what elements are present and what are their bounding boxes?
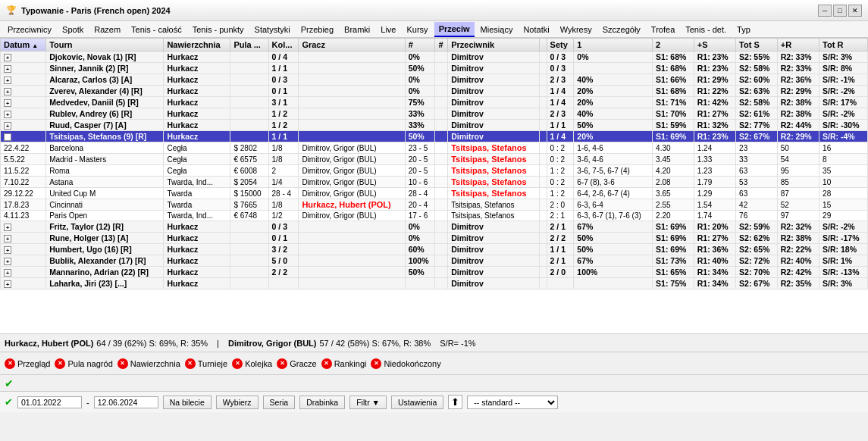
player-row-bublik[interactable]: +Bublik, Alexander (17) [R]Hurkacz5 / 01… — [1, 255, 868, 267]
close-button[interactable]: ✕ — [848, 5, 862, 17]
player-row-rune[interactable]: +Rune, Holger (13) [A]Hurkacz0 / 10%Dimi… — [1, 233, 868, 244]
na-bilecie-button[interactable]: Na bilecie — [163, 396, 212, 409]
seria-button[interactable]: Seria — [263, 396, 296, 409]
filter-remove-btn[interactable]: ✕ — [118, 358, 128, 369]
player-row-sinner[interactable]: +Sinner, Jannik (2) [R]Hurkacz1 / 150%Di… — [1, 63, 868, 74]
menu-item-spotk[interactable]: Spotk — [58, 22, 88, 37]
col-header-2[interactable]: Nawierzchnia — [164, 39, 230, 52]
col-header-5[interactable]: Gracz — [299, 39, 405, 52]
wybierz-button[interactable]: Wybierz — [216, 396, 259, 409]
col-header-0[interactable]: Datum ▲ — [1, 39, 46, 52]
menu-item-notatki[interactable]: Notatki — [519, 22, 553, 37]
player-row-tsitsipas[interactable]: +Tsitsipas, Stefanos (9) [R]Hurkacz1 / 1… — [1, 131, 868, 142]
col-header-1[interactable]: Tourn — [46, 39, 164, 52]
date-from-input[interactable] — [17, 396, 82, 408]
menu-item-razem[interactable]: Razem — [89, 22, 125, 37]
player-row-rublev[interactable]: +Rublev, Andrey (6) [R]Hurkacz1 / 233%Di… — [1, 108, 868, 120]
maximize-button[interactable]: □ — [833, 5, 847, 17]
filter-remove-btn[interactable]: ✕ — [55, 358, 65, 369]
export-icon[interactable]: ⬆ — [448, 395, 462, 409]
match-row[interactable]: 7.10.22AstanaTwarda, Ind...$ 20541/4Dimi… — [1, 177, 868, 188]
expand-btn[interactable]: + — [4, 111, 11, 118]
expand-btn[interactable]: + — [4, 65, 11, 73]
drabinka-button[interactable]: Drabinka — [299, 396, 345, 409]
menu-item-kursy[interactable]: Kursy — [403, 22, 433, 37]
match-row[interactable]: 5.5.22Madrid - MastersCegła€ 65751/8Dimi… — [1, 154, 868, 165]
expand-btn[interactable]: + — [4, 269, 11, 277]
col-header-3[interactable]: Pula ... — [230, 39, 268, 52]
match-row[interactable]: 29.12.22United Cup MTwarda$ 1500028 - 4D… — [1, 188, 868, 199]
player-cell-12: S1: 75% — [653, 278, 694, 289]
player-row-fritz[interactable]: +Fritz, Taylor (12) [R]Hurkacz0 / 30%Dim… — [1, 221, 868, 233]
col-header-8[interactable]: Przeciwnik — [448, 39, 539, 52]
match-row[interactable]: 17.8.23CincinnatiTwarda$ 76651/8Hurkacz,… — [1, 199, 868, 211]
expand-btn[interactable]: + — [4, 122, 11, 130]
expand-btn[interactable]: + — [4, 77, 11, 84]
player-cell-5 — [299, 108, 405, 120]
menu-item-szczegy[interactable]: Szczegóły — [598, 22, 645, 37]
col-header-7[interactable]: # — [435, 39, 448, 52]
player-cell-16: S/R: -30% — [819, 120, 868, 131]
menu-item-przeciwnicy[interactable]: Przeciwnicy — [3, 22, 56, 37]
col-header-15[interactable]: +R — [777, 39, 819, 52]
menu-item-wykresy[interactable]: Wykresy — [556, 22, 597, 37]
player-cell-16: S/R: 8% — [819, 63, 868, 74]
col-header-13[interactable]: +S — [694, 39, 735, 52]
filter-remove-btn[interactable]: ✕ — [185, 358, 196, 369]
menu-item-przeciw[interactable]: Przeciw — [434, 22, 475, 37]
standard-select[interactable]: -- standard -- — [467, 396, 558, 409]
match-cell-14: 63 — [736, 188, 778, 199]
expand-btn[interactable]: + — [4, 99, 11, 107]
player-row-humbert[interactable]: +Humbert, Ugo (16) [R]Hurkacz3 / 260%Dim… — [1, 244, 868, 255]
filtr-button[interactable]: Filtr ▼ — [349, 396, 387, 409]
minimize-button[interactable]: ─ — [818, 5, 832, 17]
menu-item-miesicy[interactable]: Miesiący — [476, 22, 518, 37]
expand-btn[interactable]: + — [4, 88, 11, 95]
table-container[interactable]: Datum ▲TournNawierzchniaPula ...Kol...Gr… — [0, 38, 868, 333]
col-header-6[interactable]: # — [405, 39, 435, 52]
match-row[interactable]: 11.5.22RomaCegła€ 60082Dimitrov, Grigor … — [1, 165, 868, 177]
menu-item-przebieg[interactable]: Przebieg — [296, 22, 338, 37]
match-row[interactable]: 22.4.22BarcelonaCegła$ 28021/8Dimitrov, … — [1, 142, 868, 154]
player-row-laharka[interactable]: +Laharka, Jiri (23) [...]HurkaczDimitrov… — [1, 278, 868, 289]
player-row-djokovic[interactable]: +Djokovic, Novak (1) [R]Hurkacz0 / 40%Di… — [1, 52, 868, 63]
filter-remove-btn[interactable]: ✕ — [321, 358, 332, 369]
player-row-zverev[interactable]: +Zverev, Alexander (4) [R]Hurkacz0 / 10%… — [1, 86, 868, 97]
col-header-14[interactable]: Tot S — [736, 39, 778, 52]
menu-item-live[interactable]: Live — [376, 22, 400, 37]
expand-btn[interactable]: + — [4, 235, 11, 242]
player-row-medvedev[interactable]: +Medvedev, Daniil (5) [R]Hurkacz3 / 175%… — [1, 97, 868, 108]
filter-remove-btn[interactable]: ✕ — [277, 358, 287, 369]
col-header-10[interactable]: Sety — [547, 39, 574, 52]
menu-item-statystyki[interactable]: Statystyki — [250, 22, 295, 37]
date-to-input[interactable] — [94, 396, 158, 408]
expand-btn[interactable]: + — [4, 280, 11, 288]
menu-item-bramki[interactable]: Bramki — [340, 22, 374, 37]
expand-btn[interactable]: + — [4, 258, 11, 265]
col-header-16[interactable]: Tot R — [819, 39, 868, 52]
player-cell-8: Dimitrov — [448, 267, 539, 278]
player-cell-2: Hurkacz — [164, 278, 230, 289]
col-header-12[interactable]: 2 — [653, 39, 694, 52]
menu-item-tenis---punkty[interactable]: Tenis - punkty — [188, 22, 249, 37]
expand-btn[interactable]: + — [4, 246, 11, 254]
filter-remove-btn[interactable]: ✕ — [5, 358, 15, 369]
expand-btn[interactable]: + — [4, 224, 11, 231]
menu-item-tenis---cao[interactable]: Tenis - całość — [127, 22, 186, 37]
expand-btn[interactable]: + — [4, 54, 11, 61]
match-cell-14: 53 — [736, 177, 778, 188]
match-row[interactable]: 4.11.23Paris OpenTwarda, Ind...€ 67481/2… — [1, 211, 868, 221]
filter-remove-btn[interactable]: ✕ — [232, 358, 243, 369]
menu-item-trofea[interactable]: Trofea — [647, 22, 679, 37]
ustawienia-button[interactable]: Ustawienia — [391, 396, 443, 409]
col-header-9[interactable] — [539, 39, 547, 52]
expand-btn[interactable]: + — [4, 133, 11, 141]
player-row-ruud[interactable]: +Ruud, Casper (7) [A]Hurkacz1 / 233%Dimi… — [1, 120, 868, 131]
menu-item-typ[interactable]: Typ — [732, 22, 755, 37]
filter-remove-btn[interactable]: ✕ — [371, 358, 381, 369]
player-row-alcaraz[interactable]: +Alcaraz, Carlos (3) [A]Hurkacz0 / 30%Di… — [1, 74, 868, 86]
menu-item-tenis---det[interactable]: Tenis - det. — [681, 22, 731, 37]
player-row-mannarino[interactable]: +Mannarino, Adrian (22) [R]Hurkacz2 / 25… — [1, 267, 868, 278]
col-header-4[interactable]: Kol... — [268, 39, 299, 52]
col-header-11[interactable]: 1 — [574, 39, 653, 52]
